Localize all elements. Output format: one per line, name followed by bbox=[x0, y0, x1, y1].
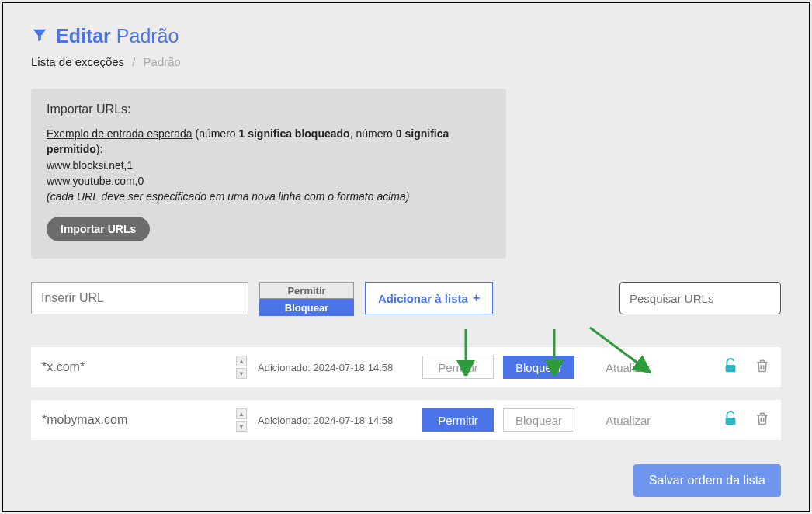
breadcrumb: Lista de exceções / Padrão bbox=[31, 55, 781, 68]
breadcrumb-current: Padrão bbox=[144, 55, 181, 68]
table-row: *mobymax.com ▲ ▼ Adicionado: 2024-07-18 … bbox=[31, 400, 781, 440]
stepper-down[interactable]: ▼ bbox=[236, 421, 247, 432]
controls-row: Permitir Bloquear Adicionar à lista + bbox=[31, 282, 781, 316]
stepper-up[interactable]: ▲ bbox=[236, 408, 247, 419]
row-block-button[interactable]: Bloquear bbox=[503, 356, 574, 379]
add-to-list-button[interactable]: Adicionar à lista + bbox=[365, 282, 493, 314]
table-row: *x.com* ▲ ▼ Adicionado: 2024-07-18 14:58… bbox=[31, 347, 781, 387]
toggle-permit-button[interactable]: Permitir bbox=[259, 282, 354, 299]
row-added-label: Adicionado: 2024-07-18 14:58 bbox=[258, 415, 413, 426]
unlock-icon[interactable] bbox=[722, 357, 739, 377]
url-input[interactable] bbox=[31, 282, 248, 314]
import-panel: Importar URLs: Exemplo de entrada espera… bbox=[31, 89, 506, 259]
row-actions bbox=[722, 357, 770, 377]
search-input[interactable] bbox=[619, 282, 781, 314]
import-example-2: www.youtube.com,0 bbox=[47, 173, 491, 189]
toggle-block-button[interactable]: Bloquear bbox=[259, 299, 354, 316]
stepper-up[interactable]: ▲ bbox=[236, 356, 247, 366]
row-block-button[interactable]: Bloquear bbox=[503, 408, 574, 432]
import-title: Importar URLs: bbox=[47, 102, 491, 116]
row-actions bbox=[722, 410, 770, 430]
rows-container: *x.com* ▲ ▼ Adicionado: 2024-07-18 14:58… bbox=[31, 347, 781, 440]
trash-icon[interactable] bbox=[755, 411, 770, 429]
plus-icon: + bbox=[473, 291, 480, 305]
add-button-label: Adicionar à lista bbox=[378, 292, 468, 305]
import-example-link[interactable]: Exemplo de entrada esperada bbox=[47, 127, 193, 140]
filter-icon bbox=[31, 26, 48, 47]
permit-block-toggle: Permitir Bloquear bbox=[259, 282, 354, 316]
row-added-label: Adicionado: 2024-07-18 14:58 bbox=[258, 362, 413, 373]
page-title: Editar Padrão bbox=[56, 25, 179, 47]
save-order-button[interactable]: Salvar ordem da lista bbox=[633, 464, 781, 497]
page-title-rest: Padrão bbox=[116, 25, 179, 47]
order-stepper: ▲ ▼ bbox=[236, 356, 248, 379]
row-update-button[interactable]: Atualizar bbox=[606, 361, 660, 374]
order-stepper: ▲ ▼ bbox=[236, 408, 248, 432]
svg-point-3 bbox=[730, 421, 732, 423]
row-url: *x.com* bbox=[42, 360, 227, 374]
header: Editar Padrão bbox=[31, 25, 781, 47]
row-update-button[interactable]: Atualizar bbox=[606, 414, 660, 427]
unlock-icon[interactable] bbox=[722, 410, 739, 430]
row-permit-button[interactable]: Permitir bbox=[422, 408, 494, 432]
breadcrumb-separator: / bbox=[132, 55, 135, 68]
svg-point-1 bbox=[730, 368, 732, 370]
import-example-1: www.blocksi.net,1 bbox=[47, 158, 491, 173]
import-button[interactable]: Importar URLs bbox=[47, 217, 150, 241]
breadcrumb-root[interactable]: Lista de exceções bbox=[31, 55, 124, 68]
import-note: (cada URL deve ser especificado em uma n… bbox=[47, 189, 491, 204]
import-description: Exemplo de entrada esperada (número 1 si… bbox=[47, 126, 491, 158]
row-permit-button[interactable]: Permitir bbox=[422, 356, 494, 379]
row-url: *mobymax.com bbox=[42, 413, 227, 427]
page-title-strong: Editar bbox=[56, 25, 111, 47]
trash-icon[interactable] bbox=[755, 358, 770, 377]
page-frame: Editar Padrão Lista de exceções / Padrão… bbox=[2, 2, 810, 512]
stepper-down[interactable]: ▼ bbox=[236, 368, 247, 379]
